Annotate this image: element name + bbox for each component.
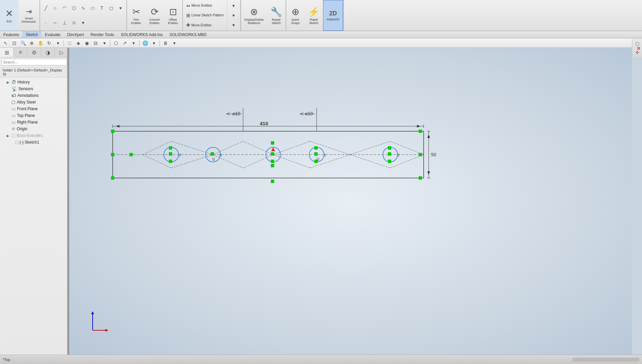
node-right2-center[interactable] [388, 152, 391, 156]
move-entities-button[interactable]: ✥ Move Entities [185, 22, 225, 28]
menu-evaluate[interactable]: Evaluate [41, 31, 64, 38]
node-top-left[interactable] [111, 130, 114, 133]
display-delete-button[interactable]: ⊗ Display/DeleteRelations [241, 0, 267, 31]
spline-tool-button[interactable]: ∿ [79, 4, 87, 12]
menu-addins[interactable]: SOLIDWORKS Add-Ins [117, 31, 166, 38]
hide-show-button[interactable]: ◈ [74, 39, 82, 47]
repair-sketch-button[interactable]: 🔧 RepairSketch [267, 0, 286, 31]
mirror-dropdown-button[interactable]: ▾ [230, 2, 238, 9]
node-2nd-left[interactable] [129, 153, 133, 156]
zoom-fit-button[interactable]: ⊡ [10, 39, 18, 47]
polygon-tool-button[interactable]: ⬡ [70, 4, 78, 12]
node-far-right[interactable] [419, 153, 422, 156]
instant2d-button[interactable]: 2D Instant2D [323, 0, 343, 31]
tree-item-top-plane[interactable]: ▭ Top Plane [0, 112, 69, 119]
node-center-top[interactable] [271, 141, 274, 145]
node-bot-center[interactable] [271, 180, 274, 183]
node-right2-bot[interactable] [388, 160, 391, 163]
scroll-bar-horizontal[interactable] [572, 358, 639, 362]
sidebar-resizer[interactable] [67, 48, 69, 355]
tree-item-history[interactable]: ▶ ⏱ History [0, 79, 69, 85]
node-circle0-center[interactable] [169, 152, 172, 156]
node-center-bot[interactable] [271, 160, 274, 163]
tree-item-origin[interactable]: ✛ Origin [0, 126, 69, 132]
tree-item-sketch1[interactable]: □ (-) Sketch1 [0, 139, 69, 146]
menu-features[interactable]: Features [0, 31, 22, 38]
zoom-in-button[interactable]: ⊕ [28, 39, 36, 47]
close-x-right[interactable]: ✕ [635, 45, 642, 52]
view-options-button[interactable]: ▾ [54, 39, 62, 47]
mirror-entities-button[interactable]: ⇔ Mirror Entities [185, 2, 225, 9]
tree-item-right-plane[interactable]: ▭ Right Plane [0, 119, 69, 126]
view-dropdown-button[interactable]: ▾ [100, 39, 108, 47]
exit-button[interactable]: ✕ Exit [0, 0, 18, 31]
display-style-button[interactable]: □ [66, 39, 74, 47]
tab-appearances[interactable]: ◑ [41, 48, 55, 57]
more-views-button[interactable]: ▾ [129, 39, 137, 47]
tab-custom[interactable]: ▷ [55, 48, 69, 57]
scene-dropdown-button[interactable]: ▾ [150, 39, 158, 47]
circle-tool-button[interactable]: ○ [51, 4, 59, 12]
menu-sketch[interactable]: Sketch [22, 31, 41, 38]
slot-button[interactable]: ⊃ [70, 19, 78, 26]
node-right1-center[interactable] [314, 152, 318, 156]
line-tool-button[interactable]: ╱ [42, 4, 50, 12]
tab-config[interactable]: ⚙ [27, 48, 41, 57]
text-tool-button[interactable]: T [98, 4, 106, 12]
tree-item-sensors[interactable]: 📡 Sensors [0, 85, 69, 92]
select-button[interactable]: ↖ [2, 39, 10, 47]
tree-item-front-plane[interactable]: ▭ Front Plane [0, 106, 69, 112]
tree-item-annotations[interactable]: 🏷 Annotations [0, 92, 69, 99]
linear-sketch-button[interactable]: ⊞ Linear Sketch Pattern [185, 12, 225, 19]
menu-dimxpert[interactable]: DimXpert [64, 31, 87, 38]
zoom-area-button[interactable]: 🔍 [19, 39, 27, 47]
sidebar-search-input[interactable] [1, 59, 67, 65]
close-x-icon[interactable]: ✕ [635, 45, 642, 52]
tree-item-alloy-steel[interactable]: ⬡ Alloy Steel [0, 99, 69, 106]
linear-dropdown-button[interactable]: ▾ [230, 12, 238, 19]
monitor-dropdown-button[interactable]: ▾ [170, 39, 178, 47]
monitor-button[interactable]: 🖥 [162, 39, 170, 47]
toolbar-separator2 [110, 40, 110, 46]
section-view-button[interactable]: ⊟ [92, 39, 100, 47]
rapid-sketch-button[interactable]: ⚡ RapidSketch [305, 0, 323, 31]
tree-item-boss-extrude[interactable]: ▶ ⬡ Boss-Extrude1 [0, 132, 69, 139]
scene-button[interactable]: 🌐 [141, 39, 149, 47]
more2-button[interactable]: ▾ [79, 19, 87, 26]
pan-button[interactable]: ✋ [36, 39, 44, 47]
plane-tool-button[interactable]: ◻ [107, 4, 115, 12]
cursor-position [163, 191, 166, 195]
arc-tool-button[interactable]: ◠ [61, 4, 69, 12]
tab-feature-tree[interactable]: ⊞ [0, 48, 14, 57]
more-draw-button[interactable]: ▾ [117, 4, 125, 12]
node-right1-top[interactable] [314, 146, 318, 150]
rotate-button[interactable]: ↻ [45, 39, 53, 47]
node-circle0-top[interactable] [169, 146, 172, 150]
3d-view-button[interactable]: ⬡ [112, 39, 120, 47]
tab-properties[interactable]: ≡ [14, 48, 27, 57]
point-tool-button[interactable]: · [42, 19, 50, 26]
offset-entities-button[interactable]: ⊡ OffsetEntities [164, 0, 182, 31]
menu-render[interactable]: Render Tools [87, 31, 118, 38]
convert-entities-button[interactable]: ⟳ ConvertEntities [145, 0, 164, 31]
midpoint-button[interactable]: ⊥ [61, 19, 69, 26]
node-circle0-bot[interactable] [169, 160, 172, 163]
appear-button[interactable]: ◉ [83, 39, 91, 47]
node-bot-right[interactable] [419, 176, 422, 180]
node-right2-top[interactable] [388, 146, 391, 150]
quick-snaps-button[interactable]: ⊕ QuickSnaps [286, 0, 305, 31]
node-far-left[interactable] [111, 153, 114, 156]
smart-dimension-button[interactable]: ⇥ SmartDimension [18, 0, 39, 31]
move-dropdown-button[interactable]: ▾ [230, 21, 238, 29]
node-center-mid[interactable] [271, 152, 274, 156]
node-center-extra[interactable] [271, 164, 274, 167]
trim-entities-button[interactable]: ✂ TrimEntities [127, 0, 145, 31]
boss-arrow: ▶ [7, 134, 11, 138]
node-bot-left[interactable] [111, 176, 114, 180]
view-orient-button[interactable]: ↗ [121, 39, 129, 47]
node-circlei1-center[interactable] [211, 152, 214, 156]
centerline-button[interactable]: ─ [51, 19, 59, 26]
node-top-right[interactable] [419, 130, 422, 133]
menu-mbd[interactable]: SOLIDWORKS MBD [166, 31, 210, 38]
ellipse-tool-button[interactable]: ⬭ [89, 4, 97, 12]
